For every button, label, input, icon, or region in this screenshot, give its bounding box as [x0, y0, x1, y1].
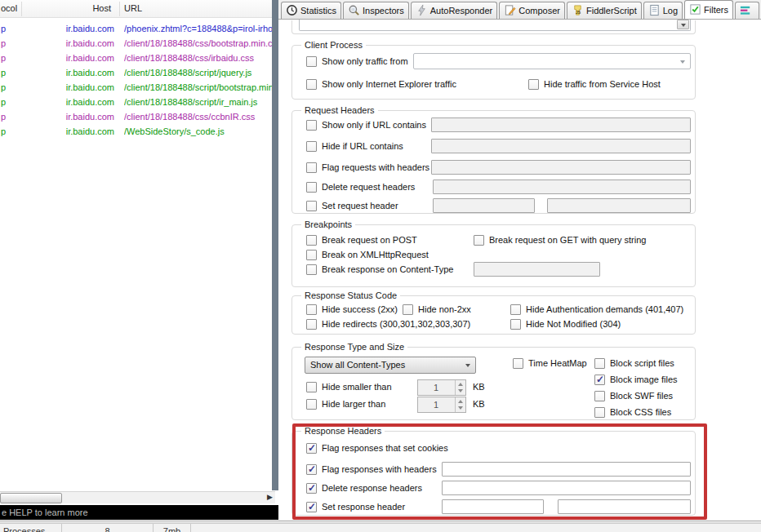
chevron-down-icon	[465, 364, 470, 367]
column-divider[interactable]	[21, 2, 22, 16]
url-cell: /phoenix.zhtml?c=188488&p=irol-irhome	[124, 24, 272, 33]
tab-autoresponder[interactable]: AutoResponder	[411, 2, 497, 19]
log-icon	[648, 4, 661, 18]
hide-smaller-size-stepper[interactable]: 1	[417, 379, 466, 396]
delete-request-headers-checkbox[interactable]	[306, 182, 317, 193]
tab-composer[interactable]: Composer	[499, 2, 565, 19]
content-types-dropdown[interactable]: Show all Content-Types	[305, 357, 476, 374]
group-title: Response Headers	[301, 426, 385, 436]
client-process-group: Client Process Show only traffic from Sh…	[291, 45, 696, 100]
request-headers-group: Request Headers Show only if URL contain…	[291, 110, 696, 214]
set-response-header-name-field[interactable]	[442, 499, 544, 514]
checkbox-label: Delete response headers	[322, 483, 422, 493]
hide-larger-checkbox[interactable]	[306, 399, 317, 410]
stepper-value: 1	[418, 383, 454, 392]
dropdown-selected-value: Show all Content-Types	[310, 360, 405, 370]
set-request-header-value-field[interactable]	[547, 198, 691, 213]
dropdown-button[interactable]	[677, 20, 689, 29]
tab-statistics[interactable]: Statistics	[281, 2, 341, 19]
session-row[interactable]: p ir.baidu.com /WebSideStory/s_code.js	[0, 125, 272, 140]
kb-label: KB	[473, 382, 485, 392]
session-row[interactable]: p ir.baidu.com /client/18/188488/css/irb…	[0, 51, 272, 66]
flag-request-headers-checkbox[interactable]	[306, 162, 317, 173]
tab-fiddlerscript[interactable]: JS FiddlerScript	[567, 2, 642, 19]
hide-auth-checkbox[interactable]	[510, 304, 521, 315]
tab-filters[interactable]: Filters	[684, 0, 733, 19]
set-request-header-checkbox[interactable]	[306, 201, 317, 211]
session-row[interactable]: p ir.baidu.com /client/18/188488/script/…	[0, 95, 272, 110]
tab-timeline[interactable]	[735, 2, 759, 19]
delete-response-headers-field[interactable]	[442, 481, 691, 495]
hide-not-modified-checkbox[interactable]	[510, 319, 521, 330]
kb-label: KB	[473, 399, 485, 409]
column-divider[interactable]	[119, 2, 120, 16]
horizontal-scrollbar[interactable]: ▶	[0, 491, 275, 503]
set-response-header-checkbox[interactable]	[306, 502, 317, 512]
checkbox-label: Block script files	[610, 358, 674, 368]
hide-smaller-checkbox[interactable]	[306, 382, 317, 392]
checkbox-label: Flag responses that set cookies	[322, 443, 448, 453]
hosts-dropdown[interactable]	[299, 20, 691, 31]
session-row[interactable]: p ir.baidu.com /phoenix.zhtml?c=188488&p…	[0, 22, 272, 37]
block-script-checkbox[interactable]	[594, 358, 605, 369]
scroll-right-arrow-icon[interactable]: ▶	[267, 493, 273, 501]
quickexec-input[interactable]: e HELP to learn more	[0, 505, 278, 520]
break-get-checkbox[interactable]	[474, 235, 484, 246]
flag-cookies-checkbox[interactable]	[306, 443, 317, 454]
lightning-icon	[416, 4, 428, 18]
show-only-traffic-from-checkbox[interactable]	[306, 56, 317, 67]
response-type-group: Response Type and Size Show all Content-…	[291, 347, 696, 420]
break-content-type-checkbox[interactable]	[306, 264, 317, 275]
host-cell: ir.baidu.com	[0, 53, 114, 63]
host-cell: ir.baidu.com	[0, 38, 114, 48]
delete-response-headers-checkbox[interactable]	[306, 483, 317, 494]
tab-log[interactable]: Log	[643, 2, 683, 19]
response-headers-group: Response Headers Flag responses that set…	[291, 431, 696, 516]
hide-url-checkbox[interactable]	[306, 141, 317, 152]
show-only-ie-checkbox[interactable]	[306, 79, 317, 90]
up-arrow-icon	[458, 383, 463, 386]
session-row[interactable]: p ir.baidu.com /client/18/188488/script/…	[0, 66, 272, 81]
hide-non2xx-checkbox[interactable]	[403, 304, 413, 315]
checkbox-label: Hide Authentication demands (401,407)	[526, 304, 683, 314]
checkbox-label: Hide smaller than	[322, 382, 392, 392]
block-image-checkbox[interactable]	[594, 375, 605, 385]
hide-redirects-checkbox[interactable]	[306, 319, 317, 330]
scrollbar-thumb[interactable]	[0, 493, 62, 503]
block-swf-checkbox[interactable]	[594, 391, 605, 401]
session-row[interactable]: p ir.baidu.com /client/18/188488/css/ccb…	[0, 110, 272, 125]
stepper-buttons[interactable]	[455, 380, 465, 395]
break-xhr-checkbox[interactable]	[306, 250, 317, 260]
column-header-url[interactable]: URL	[124, 3, 142, 13]
flag-response-headers-checkbox[interactable]	[306, 464, 317, 475]
session-row[interactable]: p ir.baidu.com /client/18/188488/script/…	[0, 81, 272, 95]
session-list: ocol Host URL p ir.baidu.com /phoenix.zh…	[0, 0, 272, 490]
column-header-host[interactable]: Host	[0, 3, 111, 13]
tab-inspectors[interactable]: 01 Inspectors	[343, 2, 409, 19]
checkbox-label: Time HeatMap	[528, 358, 587, 368]
set-request-header-name-field[interactable]	[433, 198, 535, 213]
checkbox-label: Hide larger than	[322, 399, 385, 409]
flag-response-headers-field[interactable]	[442, 462, 691, 477]
delete-request-headers-field[interactable]	[433, 180, 691, 194]
session-row[interactable]: p ir.baidu.com /client/18/188488/css/boo…	[0, 37, 272, 51]
hide-success-checkbox[interactable]	[306, 304, 317, 315]
show-only-url-field[interactable]	[431, 117, 691, 132]
block-css-checkbox[interactable]	[594, 407, 605, 418]
hide-url-field[interactable]	[431, 139, 691, 153]
break-post-checkbox[interactable]	[306, 235, 317, 246]
group-title: Response Type and Size	[301, 342, 407, 352]
time-heatmap-checkbox[interactable]	[513, 358, 523, 369]
hide-larger-size-stepper[interactable]: 1	[417, 397, 466, 413]
stepper-buttons[interactable]	[455, 397, 465, 412]
set-response-header-value-field[interactable]	[558, 499, 691, 514]
hide-service-host-checkbox[interactable]	[528, 79, 539, 90]
checkbox-label: Hide success (2xx)	[322, 304, 398, 314]
checkbox-label: Set response header	[322, 502, 405, 512]
show-only-url-checkbox[interactable]	[306, 120, 317, 131]
flag-request-headers-field[interactable]	[431, 160, 691, 175]
process-dropdown[interactable]	[413, 53, 691, 69]
checkbox-label: Set request header	[322, 201, 398, 211]
panel-divider[interactable]	[272, 0, 278, 490]
break-content-type-field[interactable]	[474, 262, 600, 277]
